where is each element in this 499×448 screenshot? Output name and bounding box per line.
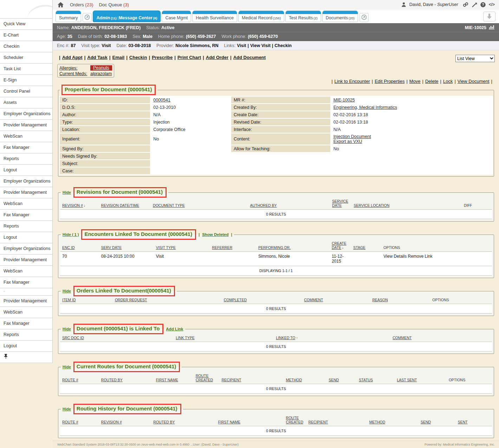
show-deleted-link[interactable]: Show Deleted xyxy=(202,232,228,237)
column-header-last-sent[interactable]: LAST SENT xyxy=(395,372,446,384)
wand-icon[interactable] xyxy=(472,2,477,7)
home-icon[interactable] xyxy=(58,2,64,7)
column-header-send[interactable]: SEND xyxy=(419,414,456,426)
sidebar-item-employer-organizations[interactable]: Employer Organizations xyxy=(0,176,52,187)
help-icon[interactable]: ? xyxy=(480,2,486,7)
column-header-status[interactable]: STATUS xyxy=(357,372,395,384)
chart-stats-icon[interactable] xyxy=(489,25,495,31)
sidebar-item-webscan[interactable]: WebScan xyxy=(0,198,52,210)
sidebar-item-provider-management[interactable]: Provider Management xyxy=(0,255,52,266)
sidebar-item-provider-management[interactable]: Provider Management xyxy=(0,187,52,198)
open-in-new-icon[interactable] xyxy=(83,13,92,22)
hide-link-routes[interactable]: Hide xyxy=(63,365,71,369)
column-header-serv-date[interactable]: SERV DATE xyxy=(99,240,154,252)
column-header-item-id[interactable]: ITEM ID xyxy=(60,296,113,304)
sidebar-item-e-sign[interactable]: E-Sign xyxy=(0,75,52,86)
column-header-create-date[interactable]: CREATE DATE↓ xyxy=(330,240,351,252)
hide-link-encounters[interactable]: Hide ( 1 ) xyxy=(63,232,79,237)
sidebar-item-provider-management[interactable]: Provider Management xyxy=(0,296,52,307)
column-header-method[interactable]: METHOD xyxy=(367,414,419,426)
sidebar-item-control-panel[interactable]: Control Panel xyxy=(0,86,52,97)
sidebar-item-logout[interactable]: Logout xyxy=(0,232,52,243)
nav-item-orders[interactable]: Orders (23) xyxy=(70,1,93,7)
tab-admin[interactable]: Admin (11):Message Center (6) xyxy=(93,11,161,22)
prop-link-export-as-vxu[interactable]: Export as VXU xyxy=(333,139,362,144)
current-meds-link[interactable]: Current Meds: xyxy=(59,71,88,76)
hide-link-revisions[interactable]: Hide xyxy=(63,190,71,195)
action-email[interactable]: Email xyxy=(112,55,124,60)
column-header-src-doc-id[interactable]: SRC DOC ID xyxy=(60,334,174,342)
column-header-routed-by[interactable]: ROUTED BY xyxy=(151,414,216,426)
action-add-order[interactable]: Add Order xyxy=(206,55,228,60)
encounter-link-checkin[interactable]: Checkin xyxy=(274,43,292,48)
table-cell[interactable]: View Details Remove Link xyxy=(381,252,492,266)
sidebar-item-checkin[interactable]: Checkin xyxy=(0,41,52,52)
column-header-route[interactable]: ROUTE # xyxy=(60,372,99,384)
action-checkin[interactable]: Checkin xyxy=(129,55,147,60)
doc-action-move[interactable]: Move xyxy=(409,79,421,84)
sidebar-item-logout[interactable]: Logout xyxy=(0,341,52,352)
column-header-enc-id[interactable]: ENC ID xyxy=(60,240,99,252)
prop-link-engineering-medical-informatics[interactable]: Engineering, Medical Informatics xyxy=(333,105,397,110)
tab-summary[interactable]: Summary xyxy=(56,11,81,22)
column-header-first-name[interactable]: FIRST NAME xyxy=(154,372,194,384)
column-header-order-request[interactable]: ORDER REQUEST xyxy=(113,296,222,304)
column-header-stage[interactable]: STAGE xyxy=(351,240,381,252)
column-header-revision[interactable]: REVISION # xyxy=(99,414,151,426)
column-header-send[interactable]: SEND xyxy=(326,372,357,384)
link-icon[interactable] xyxy=(463,2,468,7)
doc-action-lock[interactable]: Lock xyxy=(443,79,453,84)
action-add-document[interactable]: Add Document xyxy=(233,55,266,60)
sidebar-item-reports[interactable]: Reports xyxy=(0,153,52,165)
sidebar-item-webscan[interactable]: WebScan xyxy=(0,266,52,277)
tab-health-surveillance[interactable]: Health Surveillance xyxy=(192,11,237,22)
sidebar-item-employer-organizations[interactable]: Employer Organizations xyxy=(0,243,52,255)
code-icon[interactable]: </> xyxy=(489,2,495,7)
tab-documents[interactable]: Documents (20) xyxy=(322,11,358,22)
column-header-link-type[interactable]: LINK TYPE xyxy=(174,334,274,342)
doc-action-link-to-encounter[interactable]: Link to Encounter xyxy=(335,79,370,84)
prop-link-mie-10025[interactable]: MIE-10025 xyxy=(333,98,355,103)
column-header-first-name[interactable]: FIRST NAME xyxy=(216,414,284,426)
column-header-performing-dr[interactable]: PERFORMING DR. xyxy=(256,240,330,252)
column-header-route-created[interactable]: ROUTE CREATED xyxy=(284,414,306,426)
prop-link-0000541[interactable]: 0000541 xyxy=(153,98,170,103)
sidebar-item-employer-organizations[interactable]: Employer Organizations xyxy=(0,108,52,120)
column-header-comment[interactable]: COMMENT xyxy=(302,296,370,304)
column-header-comment[interactable]: COMMENT xyxy=(390,334,492,342)
med-value-link[interactable]: alprazolam xyxy=(90,71,112,76)
column-header-revision-date-time[interactable]: REVISION DATE/TIME xyxy=(99,198,151,210)
sidebar-item-fax-manager[interactable]: Fax Manager xyxy=(0,210,52,221)
tab-test-results[interactable]: Test Results (2) xyxy=(285,11,321,22)
sidebar-item-webscan[interactable]: WebScan xyxy=(0,307,52,318)
add-link-link[interactable]: Add Link xyxy=(166,327,183,331)
doc-action-view-document[interactable]: View Document xyxy=(458,79,490,84)
column-header-recipient[interactable]: RECIPIENT xyxy=(219,372,284,384)
sidebar-item-fax-manager[interactable]: Fax Manager xyxy=(0,142,52,153)
allergies-link[interactable]: Allergies: xyxy=(59,66,88,71)
sidebar-item-fax-manager[interactable]: Fax Manager xyxy=(0,277,52,288)
nav-item-doc-queue[interactable]: Doc Queue (3) xyxy=(99,1,129,7)
column-header-revision[interactable]: REVISION #↓ xyxy=(60,198,99,210)
column-header-completed[interactable]: COMPLETED xyxy=(222,296,302,304)
sidebar-item-scheduler[interactable]: Scheduler xyxy=(0,52,52,64)
column-header-method[interactable]: METHOD xyxy=(284,372,327,384)
action-add-task[interactable]: Add Task xyxy=(87,55,108,60)
tab-medical-record[interactable]: Medical Record (156) xyxy=(238,11,284,22)
column-header-route-created[interactable]: ROUTE CREATED xyxy=(194,372,220,384)
hide-link-linked-to[interactable]: Hide xyxy=(63,327,71,331)
column-header-referrer[interactable]: REFERRER xyxy=(210,240,256,252)
hide-link-history[interactable]: Hide xyxy=(63,407,71,411)
sidebar-item-provider-management[interactable]: Provider Management xyxy=(0,120,52,131)
sidebar-item-logout[interactable]: Logout xyxy=(0,165,52,176)
download-button[interactable] xyxy=(483,12,495,21)
action-prescribe[interactable]: Prescribe xyxy=(152,55,173,60)
action-print-chart[interactable]: Print Chart xyxy=(177,55,201,60)
sidebar-item-reports[interactable]: Reports xyxy=(0,329,52,341)
column-header-linked-to[interactable]: LINKED TO↑ xyxy=(274,334,390,342)
action-add-appt[interactable]: Add Appt xyxy=(62,55,83,60)
prop-link-injection-document[interactable]: Injection Document xyxy=(333,134,371,139)
doc-action-edit-properties[interactable]: Edit Properties xyxy=(375,79,404,84)
sidebar-item-task-list[interactable]: Task List xyxy=(0,64,52,75)
tab-case-mgmt[interactable]: Case Mgmt xyxy=(162,11,191,22)
